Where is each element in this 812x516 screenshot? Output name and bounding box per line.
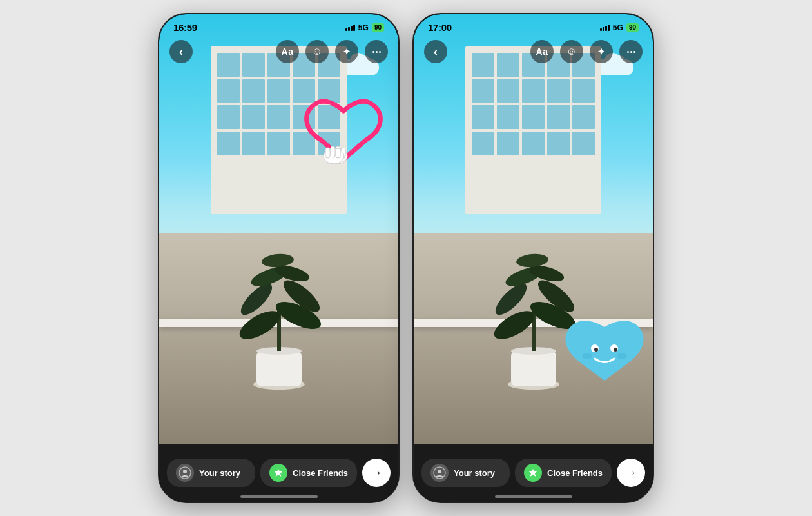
send-arrow-2: → — [625, 466, 637, 480]
dot — [627, 51, 629, 53]
sparkle-icon-1: ✦ — [343, 46, 351, 57]
home-indicator-2 — [495, 495, 572, 498]
dots-icon-1 — [372, 51, 381, 53]
signal-bars-1 — [345, 24, 355, 31]
svg-point-37 — [582, 353, 592, 359]
window — [497, 79, 519, 103]
window — [572, 132, 595, 155]
back-button-1[interactable]: ‹ — [169, 40, 193, 63]
svg-point-32 — [516, 253, 549, 268]
send-button-1[interactable]: → — [362, 459, 391, 487]
svg-rect-23 — [511, 351, 556, 386]
page-container: 16:59 5G 90 ‹ — [0, 0, 812, 516]
your-story-icon-1 — [176, 464, 194, 482]
your-story-label-1: Your story — [199, 468, 240, 478]
dot — [372, 51, 374, 53]
battery-badge-2: 90 — [626, 23, 639, 32]
svg-point-40 — [438, 470, 441, 473]
sticker-icon-1: ☺ — [312, 46, 322, 57]
dot — [376, 51, 378, 53]
close-friends-option-1[interactable]: Close Friends — [260, 459, 357, 487]
svg-point-36 — [614, 348, 617, 352]
bottom-bar-1: Your story Close Friends → — [159, 444, 398, 502]
window — [217, 105, 240, 129]
toolbar-2: ‹ Aa ☺ ✦ — [414, 40, 653, 63]
dots-icon-2 — [627, 51, 635, 53]
window — [217, 132, 240, 155]
close-friends-label-2: Close Friends — [547, 468, 603, 478]
dot — [633, 51, 635, 53]
signal-bar — [608, 25, 610, 31]
toolbar-1: ‹ Aa ☺ ✦ — [159, 40, 398, 63]
your-story-label-2: Your story — [454, 468, 495, 478]
window — [547, 79, 570, 103]
svg-point-10 — [261, 253, 295, 268]
phone-1-story — [159, 14, 398, 453]
more-button-1[interactable] — [365, 40, 388, 63]
signal-bar — [345, 28, 347, 31]
text-tool-2[interactable]: Aa — [530, 40, 554, 63]
sparkle-icon-2: ✦ — [597, 46, 605, 57]
your-story-icon-2 — [430, 464, 449, 482]
svg-rect-16 — [336, 148, 340, 158]
phone-2: 17:00 5G 90 ‹ — [412, 13, 654, 503]
window — [267, 79, 290, 103]
signal-bar — [351, 26, 353, 31]
signal-bar — [605, 26, 607, 31]
svg-rect-17 — [331, 146, 335, 157]
network-type-1: 5G — [358, 23, 369, 32]
window — [472, 79, 494, 103]
effects-tool-2[interactable]: ✦ — [590, 40, 613, 63]
text-tool-1[interactable]: Aa — [276, 40, 299, 63]
svg-rect-1 — [256, 351, 302, 386]
sticker-icon-2: ☺ — [566, 46, 577, 57]
signal-bar — [600, 28, 602, 31]
status-icons-2: 5G 90 — [600, 23, 639, 32]
window — [547, 132, 570, 155]
status-bar-1: 16:59 5G 90 — [159, 14, 398, 37]
window — [497, 105, 519, 129]
phone-1-screen: 16:59 5G 90 ‹ — [159, 14, 398, 502]
effects-tool-1[interactable]: ✦ — [335, 40, 358, 63]
phone-2-story — [414, 14, 653, 453]
window — [242, 79, 265, 103]
phone-2-frame: 17:00 5G 90 ‹ — [412, 13, 654, 503]
status-bar-2: 17:00 5G 90 — [414, 14, 653, 37]
window — [267, 132, 290, 155]
close-friends-label-1: Close Friends — [293, 468, 348, 478]
back-button-2[interactable]: ‹ — [424, 40, 447, 63]
window — [472, 105, 494, 129]
home-indicator-1 — [240, 495, 318, 498]
window — [522, 79, 545, 103]
more-button-2[interactable] — [619, 40, 643, 63]
bottom-bar-2: Your story Close Friends → — [414, 444, 653, 502]
window — [572, 79, 595, 103]
dot — [379, 51, 381, 53]
status-time-2: 17:00 — [428, 22, 452, 33]
svg-point-38 — [617, 353, 627, 359]
svg-marker-21 — [275, 469, 282, 477]
window — [572, 105, 595, 129]
your-story-option-1[interactable]: Your story — [167, 459, 255, 487]
svg-marker-41 — [529, 469, 537, 477]
building-windows-2 — [472, 53, 595, 208]
signal-bar — [353, 25, 355, 31]
aa-label-1: Aa — [282, 46, 294, 57]
close-friends-icon-2 — [524, 464, 542, 482]
signal-bar — [603, 27, 604, 31]
battery-badge-1: 90 — [372, 23, 384, 32]
sticker-tool-1[interactable]: ☺ — [305, 40, 329, 63]
your-story-option-2[interactable]: Your story — [421, 459, 510, 487]
close-friends-option-2[interactable]: Close Friends — [515, 459, 612, 487]
send-button-2[interactable]: → — [617, 459, 645, 487]
phone-2-screen: 17:00 5G 90 ‹ — [414, 14, 653, 502]
window — [242, 105, 265, 129]
svg-rect-18 — [325, 148, 330, 158]
aa-label-2: Aa — [536, 46, 548, 57]
window — [267, 105, 290, 129]
window — [242, 132, 265, 155]
window — [497, 132, 519, 155]
toolbar-right-1: Aa ☺ ✦ — [276, 40, 388, 63]
sticker-tool-2[interactable]: ☺ — [560, 40, 583, 63]
svg-point-35 — [594, 348, 598, 352]
